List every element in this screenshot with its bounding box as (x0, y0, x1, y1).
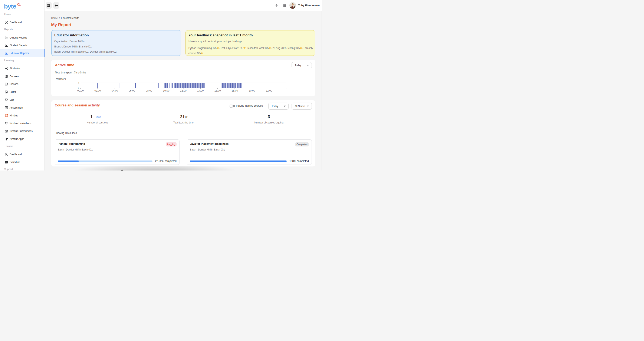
svg-text:1: 1 (78, 81, 79, 84)
svg-text:14:00: 14:00 (197, 89, 204, 92)
svg-text:00:00: 00:00 (77, 89, 84, 92)
svg-text:20:00: 20:00 (249, 89, 255, 92)
svg-text:04:00: 04:00 (112, 89, 118, 92)
svg-text:0: 0 (78, 87, 79, 89)
svg-text:08/09/2025: 08/09/2025 (56, 78, 66, 80)
svg-text:16:00: 16:00 (214, 89, 221, 92)
svg-text:10:00: 10:00 (163, 89, 169, 92)
svg-text:08:00: 08:00 (146, 89, 152, 92)
svg-text:22:00: 22:00 (266, 89, 272, 92)
svg-text:02:00: 02:00 (94, 89, 101, 92)
svg-text:18:00: 18:00 (232, 89, 238, 92)
svg-text:06:00: 06:00 (129, 89, 135, 92)
svg-text:12:00: 12:00 (180, 89, 186, 92)
